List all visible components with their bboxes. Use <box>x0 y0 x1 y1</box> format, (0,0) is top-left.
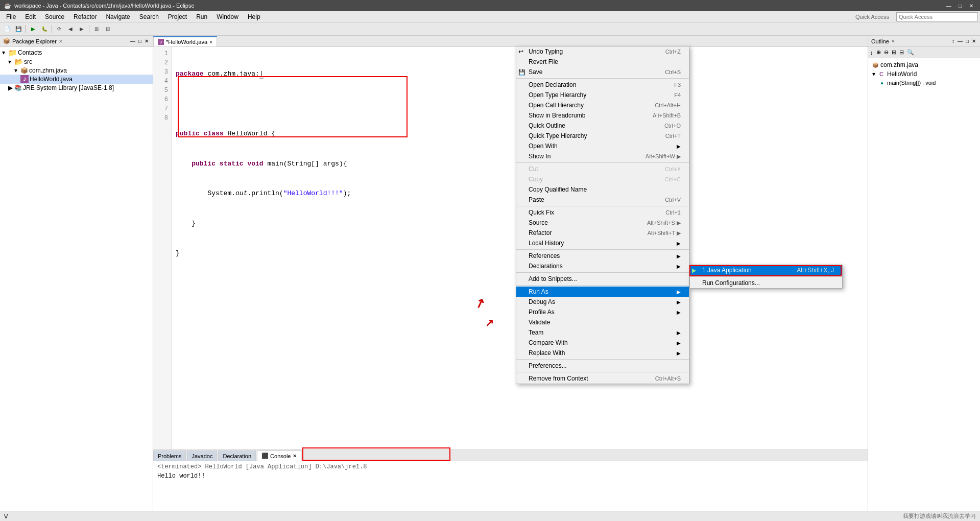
toolbar-btn-7[interactable]: ⊟ <box>103 24 113 34</box>
ctx-quick-fix[interactable]: Quick Fix Ctrl+1 <box>516 207 689 218</box>
menu-edit[interactable]: Edit <box>21 12 40 21</box>
tab-declaration[interactable]: Declaration <box>218 451 256 461</box>
ctx-source[interactable]: Source Alt+Shift+S ▶ <box>516 218 689 228</box>
tab-problems[interactable]: Problems <box>153 451 186 461</box>
ctx-declarations[interactable]: Declarations ▶ <box>516 261 689 271</box>
ctx-open-decl[interactable]: Open Declaration F3 <box>516 80 689 90</box>
outline-tool-3[interactable]: ⊖ <box>883 49 890 56</box>
explorer-close-btn[interactable]: ✕ <box>144 38 150 44</box>
toolbar-btn-5[interactable]: ▶ <box>77 24 87 34</box>
ctx-debug-as[interactable]: Debug As ▶ <box>516 297 689 307</box>
outline-minimize-btn[interactable]: — <box>957 38 964 44</box>
src-label[interactable]: src <box>24 58 32 65</box>
ctx-open-call[interactable]: Open Call Hierarchy Ctrl+Alt+H <box>516 100 689 110</box>
tab-console[interactable]: ⬛ Console ✕ <box>257 451 301 461</box>
menu-window[interactable]: Window <box>212 12 243 21</box>
ctx-local-history[interactable]: Local History ▶ <box>516 238 689 248</box>
editor-tab-helloworld[interactable]: J *HelloWorld.java × <box>153 36 217 46</box>
tree-helloworld[interactable]: J HelloWorld.java <box>0 75 153 84</box>
ctx-profile-as[interactable]: Profile As ▶ <box>516 307 689 317</box>
outline-class[interactable]: ▾ C HelloWorld <box>870 69 978 79</box>
tab-label: *HelloWorld.java <box>166 39 207 45</box>
tab-javadoc[interactable]: Javadoc <box>187 451 217 461</box>
ctx-sep-3 <box>516 206 689 206</box>
window-title: workspace - Java - Contacts/src/com/zhm/… <box>14 3 195 9</box>
run-button[interactable]: ▶ <box>28 24 38 34</box>
tree-src[interactable]: ▾ 📂 src <box>0 57 153 66</box>
ctx-compare-with[interactable]: Compare With ▶ <box>516 338 689 348</box>
ctx-add-snippets[interactable]: Add to Snippets... <box>516 274 689 284</box>
ctx-quick-type[interactable]: Quick Type Hierarchy Ctrl+T <box>516 131 689 141</box>
ctx-show-in-shortcut: Alt+Shift+W ▶ <box>646 153 681 160</box>
close-button[interactable]: ✕ <box>967 2 976 10</box>
ctx-revert[interactable]: Revert File <box>516 57 689 67</box>
ctx-replace-with[interactable]: Replace With ▶ <box>516 348 689 358</box>
maximize-button[interactable]: □ <box>955 2 965 10</box>
outline-tool-1[interactable]: ↕ <box>869 49 874 56</box>
ctx-save[interactable]: 💾 Save Ctrl+S <box>516 67 689 77</box>
jre-label[interactable]: JRE System Library [JavaSE-1.8] <box>23 84 114 91</box>
ctx-remove-context-label: Remove from Context <box>529 375 588 382</box>
menu-help[interactable]: Help <box>244 12 265 21</box>
package-label[interactable]: com.zhm.java <box>29 67 67 74</box>
ctx-remove-context[interactable]: Remove from Context Ctrl+Alt+S <box>516 373 689 384</box>
toolbar-btn-4[interactable]: ◀ <box>65 24 76 34</box>
ctx-validate[interactable]: Validate <box>516 317 689 327</box>
ctx-quick-outline[interactable]: Quick Outline Ctrl+O <box>516 121 689 131</box>
ctx-team[interactable]: Team ▶ <box>516 327 689 338</box>
ctx-compare-with-arrow: ▶ <box>677 340 681 346</box>
explorer-maximize-btn[interactable]: □ <box>137 38 142 44</box>
outline-package[interactable]: 📦 com.zhm.java <box>870 60 978 69</box>
outline-maximize-btn[interactable]: □ <box>965 38 970 44</box>
save-button[interactable]: 💾 <box>13 24 23 34</box>
console-tab-close[interactable]: ✕ <box>293 453 297 459</box>
ctx-sep-7 <box>516 359 689 360</box>
helloworld-label[interactable]: HelloWorld.java <box>30 76 73 83</box>
menu-run[interactable]: Run <box>192 12 211 21</box>
new-button[interactable]: 📄 <box>2 24 12 34</box>
debug-button[interactable]: 🐛 <box>39 24 50 34</box>
ctx-run-as[interactable]: Run As ▶ <box>516 287 689 297</box>
outline-tool-4[interactable]: ⊞ <box>891 49 897 56</box>
ctx-undo[interactable]: ↩ Undo Typing Ctrl+Z <box>516 46 689 57</box>
bottom-tabs: Problems Javadoc Declaration ⬛ Console ✕ <box>153 450 868 461</box>
tab-close-btn[interactable]: × <box>209 39 212 45</box>
code-editor[interactable]: 1 2 3 4 5 6 7 8 package com.zhm.java;| p… <box>153 47 868 449</box>
outline-close-btn[interactable]: ✕ <box>971 38 977 44</box>
menu-source[interactable]: Source <box>41 12 68 21</box>
ctx-open-type[interactable]: Open Type Hierarchy F4 <box>516 90 689 100</box>
ctx-references[interactable]: References ▶ <box>516 251 689 261</box>
menu-navigate[interactable]: Navigate <box>102 12 134 21</box>
ctx-copy-qualified-label: Copy Qualified Name <box>529 186 587 193</box>
tree-contacts[interactable]: ▾ 📁 Contacts <box>0 48 153 57</box>
toolbar-btn-3[interactable]: ⟳ <box>54 24 64 34</box>
status-left: V <box>4 513 8 519</box>
runas-configurations[interactable]: Run Configurations... <box>690 278 842 288</box>
menu-project[interactable]: Project <box>164 12 191 21</box>
ctx-open-with[interactable]: Open With ▶ <box>516 141 689 151</box>
quick-access-input[interactable] <box>896 12 978 21</box>
ctx-show-in[interactable]: Show In Alt+Shift+W ▶ <box>516 151 689 161</box>
outline-tool-5[interactable]: ⊟ <box>898 49 905 56</box>
menu-search[interactable]: Search <box>135 12 163 21</box>
menu-file[interactable]: File <box>2 12 20 21</box>
ctx-paste[interactable]: Paste Ctrl+V <box>516 195 689 205</box>
status-right: 我要打游戏请叫我流浪去学习 <box>903 512 976 520</box>
ctx-copy-qualified[interactable]: Copy Qualified Name <box>516 184 689 195</box>
outline-tool-2[interactable]: ⊕ <box>875 49 882 56</box>
toolbar-btn-6[interactable]: ⊞ <box>91 24 102 34</box>
minimize-button[interactable]: — <box>944 2 953 10</box>
outline-tool-6[interactable]: 🔍 <box>906 49 915 56</box>
explorer-minimize-btn[interactable]: — <box>129 38 136 44</box>
ctx-breadcrumb[interactable]: Show in Breadcrumb Alt+Shift+B <box>516 110 689 121</box>
contacts-label[interactable]: Contacts <box>18 49 42 56</box>
runas-java-app[interactable]: ▶ 1 Java Application Alt+Shift+X, J <box>690 265 842 275</box>
outline-method[interactable]: ● main(String[]) : void <box>870 79 978 87</box>
menu-refactor[interactable]: Refactor <box>69 12 101 21</box>
tree-package[interactable]: ▾ 📦 com.zhm.java <box>0 66 153 75</box>
outline-sort-btn[interactable]: ↕ <box>951 38 955 44</box>
ctx-open-with-arrow: ▶ <box>677 144 681 149</box>
tree-jre[interactable]: ▶ 📚 JRE System Library [JavaSE-1.8] <box>0 84 153 92</box>
ctx-refactor[interactable]: Refactor Alt+Shift+T ▶ <box>516 228 689 238</box>
ctx-preferences[interactable]: Preferences... <box>516 361 689 371</box>
